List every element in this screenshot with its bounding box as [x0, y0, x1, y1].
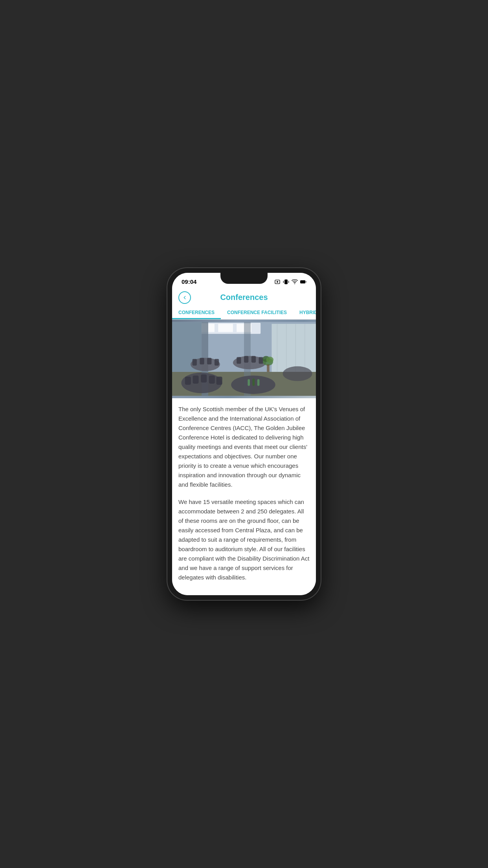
svg-point-5 [294, 283, 295, 284]
app-header: Conferences [172, 288, 316, 302]
svg-rect-49 [267, 364, 270, 372]
vibrate-icon [283, 279, 289, 285]
svg-point-29 [283, 366, 312, 381]
svg-rect-20 [218, 324, 233, 332]
page-title: Conferences [220, 293, 268, 302]
svg-rect-37 [207, 358, 211, 364]
svg-rect-45 [257, 379, 260, 386]
svg-rect-40 [244, 356, 248, 362]
svg-rect-16 [272, 324, 316, 372]
svg-rect-31 [193, 375, 199, 384]
conference-image [172, 320, 316, 398]
svg-rect-36 [200, 358, 204, 364]
svg-rect-30 [185, 377, 191, 385]
text-content: The only Scottish member of the UK's Ven… [172, 398, 316, 595]
svg-rect-44 [253, 379, 255, 386]
svg-point-1 [277, 281, 278, 283]
svg-rect-41 [251, 356, 256, 362]
svg-rect-7 [301, 281, 305, 283]
svg-rect-39 [237, 357, 241, 364]
svg-rect-2 [285, 280, 288, 284]
battery-icon [300, 279, 306, 285]
photo-icon [274, 279, 281, 285]
status-time: 09:04 [182, 278, 196, 285]
tabs-container: CONFERENCES CONFERENCE FACILITIES HYBRID… [172, 302, 316, 320]
content-area: The only Scottish member of the UK's Ven… [172, 320, 316, 595]
wifi-icon [292, 279, 298, 285]
svg-rect-38 [215, 359, 219, 366]
svg-rect-32 [201, 374, 207, 383]
tab-conferences[interactable]: CONFERENCES [172, 307, 221, 319]
paragraph-1: The only Scottish member of the UK's Ven… [178, 405, 310, 489]
paragraph-2: We have 15 versatile meeting spaces whic… [178, 497, 310, 582]
status-icons [274, 279, 306, 285]
svg-point-48 [266, 357, 273, 362]
back-icon [182, 295, 187, 300]
svg-rect-42 [259, 357, 263, 364]
svg-rect-35 [193, 359, 197, 366]
svg-rect-43 [248, 379, 250, 386]
svg-rect-33 [209, 375, 215, 384]
svg-rect-34 [216, 377, 222, 385]
back-button[interactable] [178, 291, 191, 304]
tab-hybrid-meetings[interactable]: HYBRID M... [293, 307, 316, 319]
tab-conference-facilities[interactable]: CONFERENCE FACILITIES [221, 307, 293, 319]
